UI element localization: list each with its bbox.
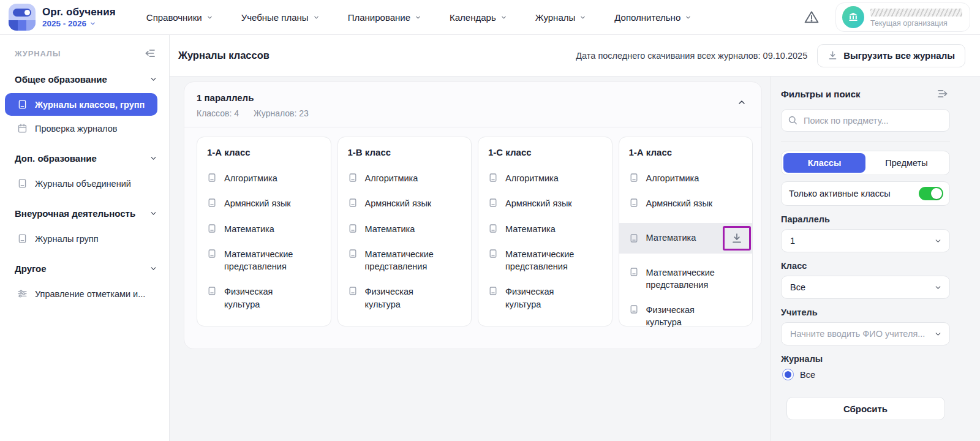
book-icon <box>207 173 217 183</box>
page-title: Журналы классов <box>178 50 270 61</box>
subject-row[interactable]: Математические представления <box>488 248 602 273</box>
subject-row[interactable]: Математические представления <box>629 266 743 292</box>
book-icon <box>17 99 28 110</box>
sidebar-item-class-journals[interactable]: Журналы классов, групп <box>5 93 157 116</box>
subject-row[interactable]: Армянский язык <box>629 197 743 209</box>
subject-row[interactable]: Армянский язык <box>348 197 462 209</box>
subject-row[interactable]: Физическая культура <box>348 285 462 311</box>
classes-count: Классов: 4 <box>197 108 239 118</box>
journals-radio-all[interactable]: Все <box>782 369 950 380</box>
tab-subjects[interactable]: Предметы <box>865 153 948 173</box>
sidebar-section-other[interactable]: Другое <box>15 263 157 274</box>
chevron-down-icon <box>500 14 507 21</box>
teacher-filter-label: Учитель <box>781 307 950 317</box>
subject-row[interactable]: Математические представления <box>207 248 321 273</box>
book-icon <box>488 286 498 296</box>
book-icon <box>207 286 217 296</box>
organization-name-redacted <box>870 9 962 17</box>
sidebar-item-journal-check[interactable]: Проверка журналов <box>10 117 157 140</box>
nav-handbooks[interactable]: Справочники <box>146 12 213 23</box>
warning-icon[interactable] <box>804 9 820 25</box>
active-classes-switch[interactable] <box>919 187 943 200</box>
subject-row[interactable]: Математические представления <box>348 248 462 273</box>
book-icon <box>629 173 639 183</box>
nav-curricula[interactable]: Учебные планы <box>241 12 320 23</box>
class-card-title: 1-А класс <box>629 147 743 157</box>
nav-journals[interactable]: Журналы <box>535 12 587 23</box>
journals-count: Журналов: 23 <box>254 108 309 118</box>
book-icon <box>348 224 358 233</box>
parallel-filter-label: Параллель <box>781 214 950 224</box>
subject-row[interactable]: Математика <box>488 223 602 235</box>
book-icon <box>17 233 28 244</box>
organization-avatar <box>842 6 864 28</box>
parallel-title: 1 параллель <box>197 92 309 103</box>
app-title: Орг. обучения <box>42 6 116 18</box>
subject-row[interactable]: Алгоритмика <box>629 172 743 184</box>
class-select[interactable]: Все <box>781 276 950 299</box>
export-all-journals-button[interactable]: Выгрузить все журналы <box>817 44 965 67</box>
school-year: 2025 - 2026 <box>42 19 86 28</box>
sidebar: ЖУРНАЛЫ Общее образование Журналы классо… <box>0 35 170 441</box>
sidebar-section-extracurricular[interactable]: Внеурочная деятельность <box>15 208 157 219</box>
active-classes-toggle-card: Только активные классы <box>781 181 950 206</box>
subject-row[interactable]: Алгоритмика <box>207 172 321 184</box>
teacher-select[interactable]: Начните вводить ФИО учителя... <box>781 322 950 345</box>
collapse-filters-icon[interactable] <box>935 88 950 100</box>
collapse-sidebar-icon[interactable] <box>143 47 157 59</box>
subject-row[interactable]: Армянский язык <box>207 197 321 209</box>
book-icon <box>348 286 358 296</box>
subject-row-highlighted[interactable]: Математика <box>619 223 753 254</box>
subject-row[interactable]: Физическая культура <box>629 304 743 329</box>
book-icon <box>629 267 639 277</box>
nav-additional[interactable]: Дополнительно <box>614 12 692 23</box>
class-card-title: 1-В класс <box>348 147 462 157</box>
filters-panel: Фильтры и поиск Классы Предметы Только а… <box>770 77 980 441</box>
radio-icon <box>782 369 794 380</box>
subject-row[interactable]: Физическая культура <box>207 285 321 311</box>
bank-icon <box>848 12 859 23</box>
book-icon <box>207 224 217 233</box>
sidebar-item-marks-management[interactable]: Управление отметками и... <box>10 282 157 305</box>
book-icon <box>348 198 358 208</box>
book-icon <box>488 249 498 258</box>
tab-classes[interactable]: Классы <box>783 153 865 173</box>
organization-caption: Текущая организация <box>870 19 963 28</box>
book-icon <box>488 173 498 183</box>
main-nav: Справочники Учебные планы Планирование К… <box>146 12 692 23</box>
nav-planning[interactable]: Планирование <box>348 12 421 23</box>
subject-row[interactable]: Математика <box>348 223 462 235</box>
chevron-down-icon <box>149 75 157 83</box>
subject-row[interactable]: Физическая культура <box>488 285 602 311</box>
class-card-title: 1-А класс <box>207 147 321 157</box>
nav-calendar[interactable]: Календарь <box>450 12 507 23</box>
sidebar-section-additional-education[interactable]: Доп. образование <box>15 153 157 164</box>
subject-row[interactable]: Алгоритмика <box>488 172 602 184</box>
reset-filters-button[interactable]: Сбросить <box>786 397 945 420</box>
subject-row[interactable]: Армянский язык <box>488 197 602 209</box>
collapse-panel-button[interactable] <box>737 92 747 107</box>
current-organization-selector[interactable]: Текущая организация <box>835 2 970 32</box>
sliders-icon <box>17 288 28 299</box>
subject-row[interactable]: Математика <box>207 223 321 235</box>
subject-row[interactable]: Алгоритмика <box>348 172 462 184</box>
chevron-down-icon <box>934 330 942 338</box>
search-input[interactable] <box>781 109 950 132</box>
sidebar-section-general-education[interactable]: Общее образование <box>15 74 157 85</box>
class-card: 1-В класс Алгоритмика Армянский язык Мат… <box>337 137 472 326</box>
download-icon <box>827 50 838 61</box>
parallel-select[interactable]: 1 <box>781 229 950 252</box>
class-card: 1-А класс Алгоритмика Армянский язык Мат… <box>197 137 331 326</box>
app-logo-icon[interactable] <box>9 4 36 31</box>
parallel-group-panel: 1 параллель Классов: 4 Журналов: 23 <box>184 81 762 349</box>
top-bar: Орг. обучения 2025 - 2026 Справочники Уч… <box>0 0 980 35</box>
book-icon <box>348 173 358 183</box>
book-icon <box>629 198 639 208</box>
app-brand[interactable]: Орг. обучения 2025 - 2026 <box>42 6 116 28</box>
download-journal-button[interactable] <box>723 226 751 251</box>
book-icon <box>629 233 639 243</box>
chevron-down-icon <box>934 284 942 292</box>
sidebar-item-association-journals[interactable]: Журналы объединений <box>10 172 157 195</box>
sidebar-item-group-journals[interactable]: Журналы групп <box>10 227 157 250</box>
calendar-icon <box>17 123 28 134</box>
